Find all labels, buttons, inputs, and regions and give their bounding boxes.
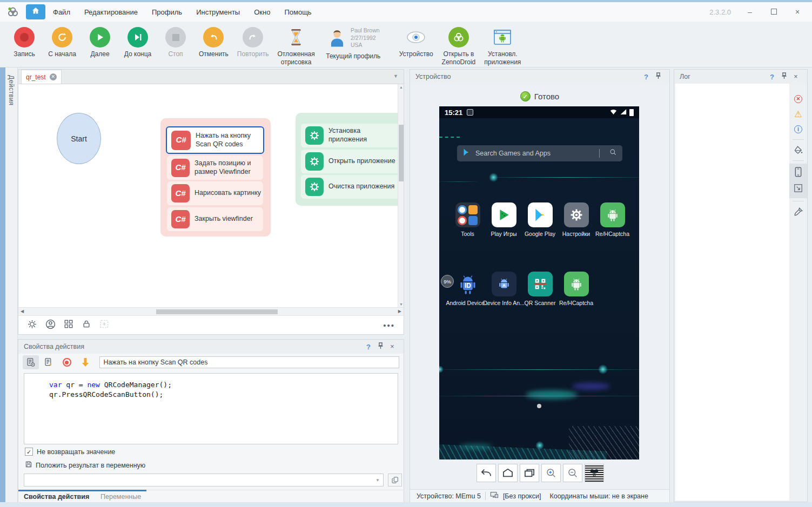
action-block[interactable]: C# Закрыть viewfinder <box>167 207 263 231</box>
actions-tab[interactable]: Действия <box>8 67 15 106</box>
stop-icon <box>165 27 186 48</box>
undo-button[interactable]: Отменить <box>197 27 231 58</box>
device-button[interactable]: Устройство <box>397 27 435 58</box>
app-qr-scanner[interactable]: QR Scanner <box>522 272 558 306</box>
app-settings[interactable]: Настройки <box>558 202 594 237</box>
action-block-selected[interactable]: C# Нажать на кнопку Scan QR codes <box>166 126 264 154</box>
canvas-more-button[interactable]: ••• <box>383 321 395 330</box>
canvas-grid-icon[interactable] <box>64 319 73 331</box>
nav-back-button[interactable] <box>477 464 496 482</box>
home-button[interactable] <box>26 4 45 19</box>
record-action-icon[interactable] <box>59 355 75 369</box>
action-block[interactable]: Открыть приложение <box>301 150 400 173</box>
scroll-up-icon[interactable]: ▲ <box>398 85 404 89</box>
emulator-screen[interactable]: 15:21 Search Games and Apps <box>439 106 639 459</box>
open-in-zennodroid-button[interactable]: Открыть в ZennoDroid <box>440 27 478 66</box>
pin-icon[interactable] <box>778 72 790 81</box>
log-filter-toolbar: ✕ ⚠ i <box>789 84 807 501</box>
clear-log-button[interactable] <box>789 204 807 219</box>
horizontal-scroll-thumb[interactable] <box>156 309 278 314</box>
current-profile-button[interactable]: Paul Brown 2/27/1992 USA Текущий профиль <box>321 27 385 60</box>
menu-file[interactable]: Файл <box>53 8 70 16</box>
deferred-render-button[interactable]: Отложенная отрисовка <box>275 27 317 66</box>
help-icon[interactable]: ? <box>363 343 374 351</box>
action-settings-icon[interactable] <box>23 355 39 369</box>
tab-close-icon[interactable]: ✕ <box>50 73 57 80</box>
play-search-bar[interactable]: Search Games and Apps <box>457 145 622 161</box>
tab-list-dropdown-icon[interactable]: ▼ <box>393 73 398 79</box>
search-icon[interactable] <box>609 148 617 158</box>
pin-icon[interactable] <box>374 342 386 351</box>
tab-variables[interactable]: Переменные <box>100 493 141 501</box>
filter-info-button[interactable]: i <box>789 121 807 137</box>
canvas-profile-icon[interactable] <box>45 319 56 332</box>
menu-window[interactable]: Окно <box>254 8 270 16</box>
start-node[interactable]: Start <box>57 113 101 164</box>
to-end-button[interactable]: До конца <box>121 27 155 58</box>
close-button[interactable]: × <box>793 8 802 16</box>
scroll-left-icon[interactable]: ◀ <box>21 309 24 314</box>
stop-button[interactable]: Стоп <box>159 27 192 58</box>
app-play-games[interactable]: Play Игры <box>486 202 522 237</box>
checkbox[interactable]: ✓ <box>25 448 33 456</box>
record-button[interactable]: Запись <box>8 27 41 58</box>
filter-warnings-button[interactable]: ⚠ <box>789 106 807 121</box>
installed-apps-button[interactable]: Установл. приложения <box>482 27 523 66</box>
tab-qr-test[interactable]: qr_test ✕ <box>21 70 62 84</box>
action-block[interactable]: C# Задать позицию и размер Viewfinder <box>167 156 263 180</box>
app-rehcaptcha[interactable]: Re/HCaptcha <box>594 202 630 237</box>
help-icon[interactable]: ? <box>766 73 778 81</box>
run-action-icon[interactable] <box>77 355 93 369</box>
app-device-info[interactable]: A Device Info An... <box>486 272 522 306</box>
restart-button[interactable]: С начала <box>45 27 79 58</box>
canvas-settings-icon[interactable] <box>27 319 37 332</box>
vertical-scrollbar[interactable]: ▲ ▼ <box>398 84 404 307</box>
app-rehcaptcha-2[interactable]: Re/HCaptcha <box>558 272 594 306</box>
app-google-play[interactable]: Google Play <box>522 202 558 237</box>
nav-home-button[interactable] <box>498 464 518 482</box>
zoom-out-button[interactable] <box>563 464 582 482</box>
canvas-lock-icon[interactable] <box>82 319 91 331</box>
scroll-down-icon[interactable]: ▼ <box>398 302 404 306</box>
screenshot-tool-button[interactable] <box>585 464 604 482</box>
tab-action-properties[interactable]: Свойства действия <box>24 493 89 501</box>
copy-icon <box>392 476 399 484</box>
flow-canvas[interactable]: Start C# Нажать на кнопку Scan QR codes … <box>18 84 404 307</box>
app-android-device[interactable]: ID Android Device... <box>449 272 486 306</box>
app-tools[interactable]: Tools <box>449 202 486 237</box>
menu-tools[interactable]: Инструменты <box>196 8 240 16</box>
copy-variable-button[interactable] <box>388 474 402 486</box>
scroll-right-icon[interactable]: ▶ <box>398 309 401 314</box>
menu-profile[interactable]: Профиль <box>152 8 182 16</box>
next-button[interactable]: Далее <box>83 27 117 58</box>
code-editor[interactable]: var qr = new QRCodeManager(); qr.PressQR… <box>24 373 398 444</box>
pin-icon[interactable] <box>652 72 664 81</box>
canvas-add-dashed-icon[interactable] <box>99 319 109 331</box>
close-panel-icon[interactable]: × <box>386 343 398 350</box>
action-block[interactable]: Установка приложения <box>301 124 400 147</box>
help-icon[interactable]: ? <box>640 73 652 81</box>
vertical-scroll-thumb[interactable] <box>399 125 404 181</box>
group-green[interactable]: Установка приложения Открыть приложение … <box>296 113 404 206</box>
maximize-button[interactable] <box>769 8 779 16</box>
action-name-input[interactable] <box>99 356 399 368</box>
zoom-in-button[interactable] <box>541 464 561 482</box>
log-output[interactable] <box>675 84 790 501</box>
action-block[interactable]: C# Нарисовать картинку <box>167 181 263 205</box>
group-red[interactable]: C# Нажать на кнопку Scan QR codes C# Зад… <box>160 118 271 236</box>
close-panel-icon[interactable]: × <box>790 73 802 80</box>
device-log-button[interactable] <box>794 167 802 179</box>
menu-edit[interactable]: Редактирование <box>84 8 138 16</box>
horizontal-scrollbar[interactable]: ◀ ▶ <box>18 307 404 315</box>
redo-button[interactable]: Повторить <box>235 27 271 58</box>
expand-log-button[interactable] <box>794 184 803 195</box>
highlight-log-button[interactable] <box>789 143 807 158</box>
menu-help[interactable]: Помощь <box>284 8 311 16</box>
nav-recents-button[interactable] <box>520 464 539 482</box>
minimize-button[interactable]: – <box>745 8 755 16</box>
action-block[interactable]: Очистка приложения <box>301 175 400 199</box>
variable-select[interactable]: ▼ <box>24 474 384 486</box>
proxy-status[interactable]: [Без прокси] <box>503 492 541 500</box>
action-script-icon[interactable] <box>41 355 57 369</box>
filter-errors-button[interactable]: ✕ <box>789 91 807 106</box>
